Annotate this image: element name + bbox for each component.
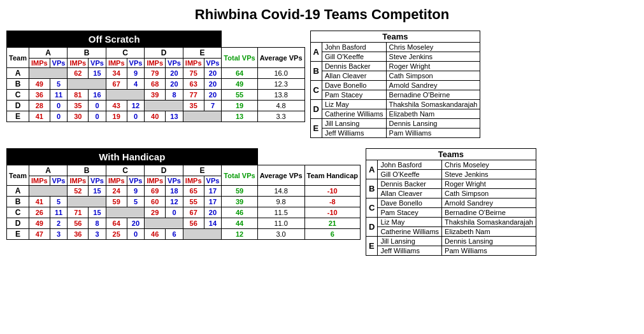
team-label: B (7, 79, 29, 90)
teams-player-3: Pam Stacey (378, 208, 442, 218)
teams-player-4: Bernadine O'Beirne (442, 208, 536, 218)
vps-cell: 3 (50, 229, 68, 240)
team-label: A (7, 68, 29, 79)
teams-player-4: Cath Simpson (386, 71, 480, 81)
teams-team-label: C (366, 198, 378, 218)
teams-team-label: E (366, 237, 378, 256)
teams-player-2: Arnold Sandrey (442, 198, 536, 208)
team-label: D (7, 218, 29, 229)
total-vps-cell: 44 (222, 218, 257, 229)
imps-cell: 30 (68, 111, 89, 122)
imps-cell: 39 (145, 90, 166, 101)
handicap-cell: 6 (304, 229, 361, 240)
vps-cell: 2 (50, 218, 68, 229)
vps-cell: 5 (50, 197, 68, 207)
teams-player-2: Roger Wright (442, 179, 536, 189)
teams-player-3: Catherine Williams (378, 227, 442, 237)
imps-cell: 28 (29, 101, 50, 111)
group-b-header: B (68, 48, 106, 59)
imps-cell: 71 (68, 207, 89, 218)
imps-header-b: IMPs (68, 59, 89, 68)
handicap-header: With Handicap (7, 149, 258, 165)
teams-player-3: Jeff Williams (322, 129, 386, 138)
teams-team-label: D (366, 218, 378, 237)
teams-player-2: Roger Wright (386, 62, 480, 71)
vps-cell: 5 (50, 79, 68, 90)
imps-cell: 67 (183, 207, 204, 218)
imps-cell: 49 (29, 218, 50, 229)
vps-cell: 0 (166, 207, 183, 218)
imps-cell: 29 (145, 207, 166, 218)
teams-player-2: Dennis Lansing (442, 237, 536, 246)
total-vps-cell: 19 (222, 101, 257, 111)
imps-header-a: IMPs (29, 59, 50, 68)
vps-cell: 6 (166, 229, 183, 240)
vps-cell: 13 (166, 111, 183, 122)
teams-team-label: B (366, 179, 378, 198)
teams-player-2: Thakshila Somaskandarajah (386, 100, 480, 109)
vps-header-c: VPs (127, 59, 145, 68)
imps-cell: 64 (106, 218, 127, 229)
vps-cell: 20 (204, 90, 222, 101)
vps-cell: 15 (89, 186, 106, 197)
vps-cell: 7 (204, 101, 222, 111)
team-label: E (7, 229, 29, 240)
total-vps-cell: 55 (222, 90, 257, 101)
imps-cell: 65 (183, 186, 204, 197)
h-imps-header-b: IMPs (68, 176, 89, 186)
teams-player-1: Jill Lansing (322, 119, 386, 129)
team-label: C (7, 90, 29, 101)
vps-cell: 20 (166, 68, 183, 79)
imps-cell: 36 (29, 90, 50, 101)
imps-cell (106, 207, 144, 218)
vps-cell: 3 (89, 229, 106, 240)
imps-cell (183, 229, 221, 240)
h-group-b-header: B (68, 165, 106, 176)
teams-team-label: C (310, 81, 322, 100)
vps-cell: 20 (127, 218, 145, 229)
teams-player-1: Liz May (378, 218, 442, 227)
imps-cell: 35 (68, 101, 89, 111)
h-group-d-header: D (145, 165, 183, 176)
teams-player-3: Allan Cleaver (322, 71, 386, 81)
avg-vps-cell: 14.8 (257, 186, 304, 197)
teams-player-3: Pam Stacey (322, 90, 386, 100)
vps-cell: 14 (204, 218, 222, 229)
imps-cell: 46 (145, 229, 166, 240)
imps-cell: 34 (106, 68, 127, 79)
vps-cell: 0 (89, 101, 106, 111)
imps-cell: 59 (106, 197, 127, 207)
avg-vps-cell: 9.8 (257, 197, 304, 207)
teams-player-4: Elizabeth Nam (386, 109, 480, 119)
imps-cell: 40 (145, 111, 166, 122)
teams-player-3: Gill O'Keeffe (378, 170, 442, 179)
teams-player-4: Elizabeth Nam (442, 227, 536, 237)
handicap-teams-table: TeamsAJohn BasfordChris MoseleyGill O'Ke… (366, 148, 536, 256)
teams-player-1: Dennis Backer (378, 179, 442, 189)
imps-cell: 36 (68, 229, 89, 240)
vps-cell: 5 (127, 197, 145, 207)
team-label: E (7, 111, 29, 122)
h-imps-header-a: IMPs (29, 176, 50, 186)
h-group-c-header: C (106, 165, 144, 176)
off-scratch-header: Off Scratch (7, 31, 222, 48)
imps-cell: 75 (183, 68, 204, 79)
teams-header: Teams (310, 31, 480, 43)
teams-player-1: Dave Bonello (322, 81, 386, 90)
vps-cell: 0 (50, 111, 68, 122)
teams-player-1: John Basford (378, 160, 442, 170)
teams-player-1: John Basford (322, 43, 386, 52)
vps-cell: 18 (166, 186, 183, 197)
imps-cell: 62 (68, 68, 89, 79)
vps-cell: 20 (166, 79, 183, 90)
imps-cell (145, 101, 183, 111)
h-vps-header-b: VPs (89, 176, 106, 186)
imps-cell: 56 (68, 218, 89, 229)
avg-vps-cell: 3.0 (257, 229, 304, 240)
avg-vps-cell: 3.3 (257, 111, 304, 122)
total-vps-cell: 49 (222, 79, 257, 90)
teams-player-1: Liz May (322, 100, 386, 109)
with-handicap-section: With Handicap Team A B C D E Total VPs A… (6, 148, 638, 256)
imps-cell: 25 (106, 229, 127, 240)
vps-cell: 20 (204, 79, 222, 90)
